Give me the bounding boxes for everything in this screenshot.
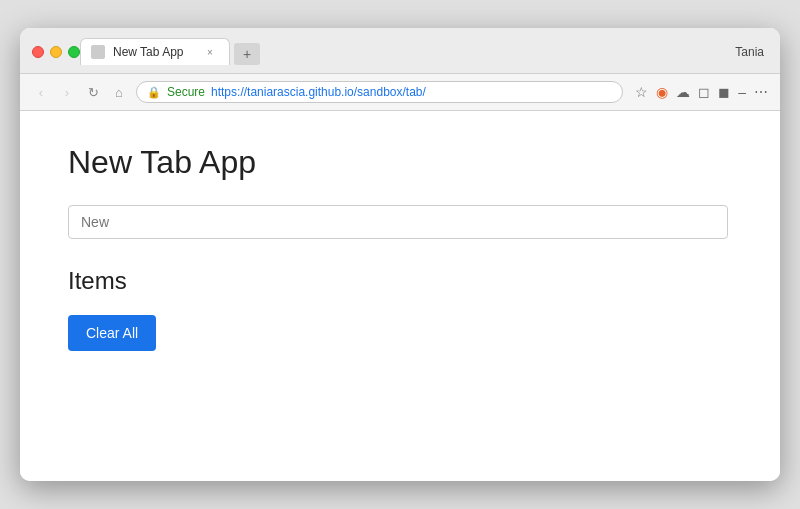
browser-window: New Tab App × + Tania ‹ › ↻ ⌂ 🔒 Secure h… [20,28,780,481]
tab-bar: New Tab App × + [80,38,735,65]
new-item-input[interactable] [68,205,728,239]
back-button[interactable]: ‹ [32,83,50,101]
tab-title: New Tab App [113,45,195,59]
menu-icon[interactable]: ⋯ [754,84,768,100]
cloud-icon[interactable]: ☁ [676,84,690,100]
page-content: New Tab App Items Clear All [20,111,780,481]
maximize-button[interactable] [68,46,80,58]
toolbar-icons: ☆ ◉ ☁ ◻ ◼ – ⋯ [635,84,768,100]
minimize-button[interactable] [50,46,62,58]
tab-close-icon[interactable]: × [203,45,217,59]
close-button[interactable] [32,46,44,58]
clear-all-button[interactable]: Clear All [68,315,156,351]
home-button[interactable]: ⌂ [110,83,128,101]
extension2-icon[interactable]: ◼ [718,84,730,100]
title-bar-top: New Tab App × + Tania [32,38,768,65]
rss-icon[interactable]: ◉ [656,84,668,100]
address-bar: ‹ › ↻ ⌂ 🔒 Secure https://taniarascia.git… [20,74,780,111]
title-bar: New Tab App × + Tania [20,28,780,74]
new-tab-button[interactable]: + [234,43,260,65]
items-heading: Items [68,267,732,295]
reload-button[interactable]: ↻ [84,83,102,101]
traffic-lights [32,46,80,58]
page-title: New Tab App [68,143,732,181]
forward-button[interactable]: › [58,83,76,101]
profile-label: Tania [735,45,768,65]
tab-favicon [91,45,105,59]
address-input[interactable]: 🔒 Secure https://taniarascia.github.io/s… [136,81,623,103]
active-tab[interactable]: New Tab App × [80,38,230,65]
address-url: https://taniarascia.github.io/sandbox/ta… [211,85,612,99]
bookmark-icon[interactable]: ☆ [635,84,648,100]
secure-label: Secure [167,85,205,99]
overflow-icon[interactable]: – [738,84,746,100]
extension-icon[interactable]: ◻ [698,84,710,100]
lock-icon: 🔒 [147,86,161,99]
